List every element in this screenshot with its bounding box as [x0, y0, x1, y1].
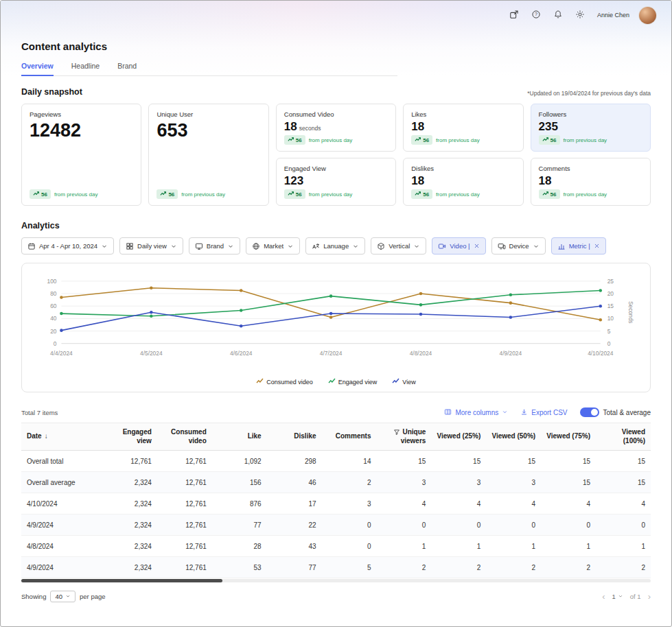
cell-value: 0 [541, 514, 596, 536]
col-header-unique-viewers[interactable]: Unique viewers [376, 423, 431, 451]
table-row[interactable]: Overall average2,32412,7611564623331515 [21, 472, 651, 493]
chevron-down-icon[interactable] [101, 243, 108, 250]
delta-row: 56from previous day [284, 189, 388, 199]
filter-market[interactable]: Market [246, 237, 300, 255]
col-header-comments[interactable]: Comments [322, 423, 377, 451]
cell-value: 2,324 [102, 536, 157, 557]
cell-value: 12,761 [157, 472, 212, 493]
legend-marker [392, 377, 399, 386]
cube-icon [377, 242, 385, 250]
prev-page-button[interactable]: ‹ [602, 591, 605, 602]
page-number-select[interactable]: 1 [612, 593, 623, 600]
cell-value: 77 [267, 557, 322, 578]
tab-headline[interactable]: Headline [71, 62, 100, 75]
help-icon: ? [531, 10, 541, 21]
row-label: Overall total [21, 451, 102, 472]
filter-apr-4-apr-10-2024[interactable]: Apr 4 - Apr 10, 2024 [21, 237, 114, 255]
share-button[interactable] [508, 8, 520, 23]
col-header-viewed-25[interactable]: Viewed (25%) [431, 423, 486, 451]
chevron-down-icon[interactable] [352, 243, 359, 250]
settings-button[interactable] [574, 8, 586, 23]
delta-row: 56from previous day [539, 135, 642, 145]
col-header-like[interactable]: Like [212, 423, 267, 451]
snapshot-cards: Pageviews1248256from previous dayUnique … [21, 104, 651, 206]
card-label: Followers [539, 110, 642, 118]
filter-metric[interactable]: Metric | [551, 237, 606, 255]
toggle-label: Total & average [603, 409, 651, 416]
svg-text:4/7/2024: 4/7/2024 [320, 350, 343, 357]
delta-badge: 56 [411, 135, 432, 145]
svg-text:4/9/2024: 4/9/2024 [500, 350, 522, 357]
cell-value: 156 [212, 472, 267, 493]
chevron-down-icon[interactable] [287, 243, 294, 250]
snapshot-card-engaged-view: Engaged View12356from previous day [276, 158, 396, 206]
row-label: 4/9/2024 [21, 557, 102, 578]
table-row[interactable]: 4/9/20242,32412,7615377522222 [21, 557, 651, 578]
chart-legend: Consumed videoEngaged viewView [27, 377, 645, 386]
chevron-down-icon[interactable] [533, 243, 540, 250]
close-icon[interactable] [594, 243, 600, 249]
notifications-button[interactable] [552, 8, 564, 23]
trend-up-icon [542, 137, 548, 144]
table-row[interactable]: 4/10/20242,32412,76187617344444 [21, 493, 651, 514]
filter-video[interactable]: Video | [432, 237, 485, 255]
cell-value: 15 [431, 451, 486, 472]
svg-text:4/6/2024: 4/6/2024 [230, 350, 253, 357]
col-header-viewed-75[interactable]: Viewed (75%) [541, 423, 596, 451]
filter-device[interactable]: Device [491, 237, 546, 255]
card-label: Engaged View [284, 165, 388, 172]
snapshot-card-likes: Likes1856from previous day [403, 104, 523, 152]
filter-brand[interactable]: Brand [189, 237, 240, 255]
col-header-engaged-view[interactable]: Engaged view [102, 423, 157, 451]
col-header-date[interactable]: Date↓ [21, 423, 102, 451]
chevron-down-icon[interactable] [227, 243, 234, 250]
avatar[interactable] [639, 7, 656, 24]
filter-vertical[interactable]: Vertical [371, 237, 426, 255]
globe-icon [252, 242, 260, 250]
total-average-toggle[interactable]: Total & average [580, 407, 651, 417]
row-label: 4/9/2024 [21, 514, 102, 536]
scrollbar-thumb[interactable] [21, 579, 222, 582]
row-label: Overall average [21, 472, 102, 493]
col-header-label: Dislike [294, 432, 316, 440]
tab-overview[interactable]: Overview [21, 62, 54, 76]
cell-value: 15 [541, 451, 596, 472]
chevron-down-icon[interactable] [170, 243, 177, 250]
legend-item-view[interactable]: View [392, 377, 415, 386]
legend-item-engaged-view[interactable]: Engaged view [328, 377, 378, 386]
help-button[interactable]: ? [530, 8, 542, 23]
svg-text:0: 0 [54, 340, 57, 347]
more-columns-button[interactable]: More columns [444, 408, 508, 417]
gear-icon [575, 10, 585, 21]
col-header-dislike[interactable]: Dislike [267, 423, 322, 451]
table-row[interactable]: 4/8/20242,32412,7612843011111 [21, 536, 651, 557]
svg-text:60: 60 [50, 303, 57, 309]
delta-row: 56from previous day [411, 189, 515, 199]
table-row[interactable]: Overall total12,76112,7611,0922981415151… [21, 451, 651, 472]
next-page-button[interactable]: › [648, 591, 651, 602]
tab-brand[interactable]: Brand [117, 62, 137, 75]
toggle-knob [591, 409, 598, 416]
delta-text: from previous day [564, 137, 607, 143]
col-header-viewed-50[interactable]: Viewed (50%) [486, 423, 541, 451]
chart-card: 0204060801000510152025Seconds4/4/20244/5… [21, 263, 651, 392]
horizontal-scrollbar[interactable] [21, 579, 651, 582]
col-header-viewed-100[interactable]: Viewed (100%) [596, 423, 651, 451]
close-icon[interactable] [474, 243, 480, 249]
monitor-icon [195, 242, 203, 250]
delta-row: 56from previous day [30, 189, 133, 199]
filter-lanuage[interactable]: Lanuage [305, 237, 365, 255]
svg-text:20: 20 [607, 290, 614, 297]
sort-desc-icon[interactable]: ↓ [45, 432, 48, 440]
toggle-switch[interactable] [580, 407, 599, 417]
per-page-select[interactable]: 40 [50, 591, 76, 602]
filter-daily-view[interactable]: Daily view [119, 237, 183, 255]
filter-label: Brand [207, 242, 224, 250]
export-csv-button[interactable]: Export CSV [520, 408, 567, 417]
col-header-label: Date [27, 432, 42, 440]
col-header-consumed-video[interactable]: Consumed video [157, 423, 212, 451]
legend-item-consumed-video[interactable]: Consumed video [256, 377, 313, 386]
chevron-down-icon[interactable] [413, 243, 420, 250]
delta-badge: 56 [411, 189, 432, 199]
table-row[interactable]: 4/9/20242,32412,7617722000000 [21, 514, 651, 536]
